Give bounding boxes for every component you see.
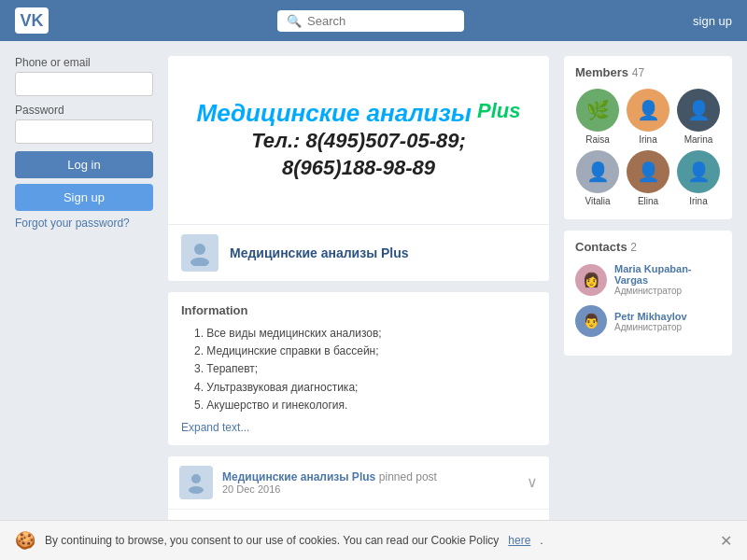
contact-info: Petr Mikhaylov Администратор	[614, 311, 687, 332]
cookie-text: By continuing to browse, you consent to …	[45, 534, 499, 547]
search-input[interactable]	[307, 14, 455, 28]
search-box: 🔍	[277, 10, 464, 32]
contacts-count: 2	[630, 241, 637, 254]
post-chevron-icon[interactable]: ∨	[527, 473, 538, 491]
member-avatar[interactable]: 👤	[627, 89, 669, 132]
contact-name: Maria Kupaban-Vargas	[614, 263, 721, 286]
post-date: 20 Dec 2016	[222, 483, 517, 495]
group-banner: Медицинские анализы Plus Тел.: 8(495)507…	[168, 56, 549, 281]
member-item: 👤 Irina	[676, 150, 721, 206]
contact-item: 👨 Petr Mikhaylov Администратор	[575, 305, 721, 337]
post-meta: Медицинские анализы Plus pinned post 20 …	[222, 469, 517, 495]
search-icon: 🔍	[287, 14, 302, 28]
contact-avatar[interactable]: 👨	[575, 305, 607, 337]
group-name: Медицинские анализы Plus	[230, 245, 409, 260]
signup-button[interactable]: Sign up	[15, 184, 153, 211]
member-item: 🌿 Raisa	[575, 89, 620, 145]
password-input[interactable]	[15, 119, 153, 144]
info-block: Information 1. Все виды медицинских анал…	[168, 292, 549, 445]
banner-image: Медицинские анализы Plus Тел.: 8(495)507…	[168, 56, 549, 224]
banner-phone2: 8(965)188-98-89	[282, 155, 435, 182]
login-button[interactable]: Log in	[15, 151, 153, 178]
contact-name: Petr Mikhaylov	[614, 311, 687, 322]
phone-input[interactable]	[15, 72, 153, 96]
member-name: Elina	[638, 196, 658, 206]
info-list: 1. Все виды медицинских анализов; 2. Мед…	[181, 325, 536, 414]
cookie-policy-link[interactable]: here	[508, 534, 530, 547]
post-header: Медицинские анализы Plus pinned post 20 …	[168, 456, 549, 510]
contact-item: 👩 Maria Kupaban-Vargas Администратор	[575, 263, 721, 296]
list-item: 4. Ультразвуковая диагностика;	[181, 379, 536, 397]
member-name: Irina	[639, 134, 656, 145]
contact-role: Администратор	[614, 322, 687, 332]
expand-text-link[interactable]: Expand text...	[181, 421, 249, 434]
cookie-icon: 🍪	[15, 530, 35, 551]
post-author-avatar	[179, 466, 213, 499]
left-panel: Phone or email Password Log in Sign up F…	[15, 56, 153, 560]
member-avatar[interactable]: 🌿	[576, 89, 619, 132]
contact-info: Maria Kupaban-Vargas Администратор	[614, 263, 721, 296]
main-layout: Phone or email Password Log in Sign up F…	[0, 41, 747, 560]
member-avatar[interactable]: 👤	[576, 150, 619, 193]
cookie-close-button[interactable]: ✕	[720, 532, 732, 550]
members-count: 47	[632, 66, 644, 79]
svg-point-3	[189, 486, 204, 494]
center-panel: Медицинские анализы Plus Тел.: 8(495)507…	[168, 56, 549, 560]
member-avatar[interactable]: 👤	[677, 89, 720, 132]
list-item: 5. Акушерство и гинекология.	[181, 397, 536, 414]
info-title: Information	[181, 303, 536, 317]
login-form: Phone or email Password Log in Sign up F…	[15, 56, 153, 230]
contact-role: Администратор	[614, 286, 721, 296]
member-item: 👤 Irina	[626, 89, 670, 145]
member-name: Marina	[684, 134, 713, 145]
contacts-title: Contacts 2	[575, 240, 721, 254]
header: VK 🔍 sign up	[0, 0, 747, 41]
svg-point-2	[191, 474, 201, 483]
banner-title: Медицинские анализы	[197, 99, 472, 128]
contact-avatar[interactable]: 👩	[575, 264, 607, 296]
phone-label: Phone or email	[15, 56, 153, 69]
svg-point-0	[194, 244, 205, 255]
list-item: 1. Все виды медицинских анализов;	[181, 325, 536, 343]
password-label: Password	[15, 104, 153, 117]
member-item: 👤 Vitalia	[575, 150, 620, 206]
post-author-name: Медицинские анализы Plus	[222, 470, 375, 483]
right-panel: Members 47 🌿 Raisa 👤 Irina 👤 Marina 👤 V	[564, 56, 732, 560]
forgot-password-link[interactable]: Forgot your password?	[15, 217, 153, 230]
contacts-block: Contacts 2 👩 Maria Kupaban-Vargas Админи…	[564, 231, 732, 356]
signup-link[interactable]: sign up	[693, 14, 732, 28]
member-avatar[interactable]: 👤	[677, 150, 720, 193]
member-item: 👤 Marina	[676, 89, 721, 145]
vk-logo: VK	[15, 7, 49, 34]
members-title: Members 47	[575, 65, 721, 79]
list-item: 2. Медицинские справки в бассейн;	[181, 343, 536, 360]
member-name: Vitalia	[585, 196, 610, 206]
member-item: 👤 Elina	[626, 150, 670, 206]
member-name: Raisa	[585, 134, 610, 145]
banner-phone1: Тел.: 8(495)507-05-89;	[251, 128, 466, 155]
group-avatar	[181, 234, 218, 272]
group-profile: Медицинские анализы Plus	[168, 224, 549, 281]
post-pinned: pinned post	[379, 470, 437, 483]
banner-plus: Plus	[477, 99, 520, 123]
member-avatar[interactable]: 👤	[627, 150, 669, 193]
member-name: Irina	[689, 196, 707, 206]
members-grid: 🌿 Raisa 👤 Irina 👤 Marina 👤 Vitalia 👤	[575, 89, 721, 206]
svg-point-1	[190, 258, 209, 266]
cookie-bar: 🍪 By continuing to browse, you consent t…	[0, 520, 747, 560]
list-item: 3. Терапевт;	[181, 360, 536, 378]
members-block: Members 47 🌿 Raisa 👤 Irina 👤 Marina 👤 V	[564, 56, 732, 219]
